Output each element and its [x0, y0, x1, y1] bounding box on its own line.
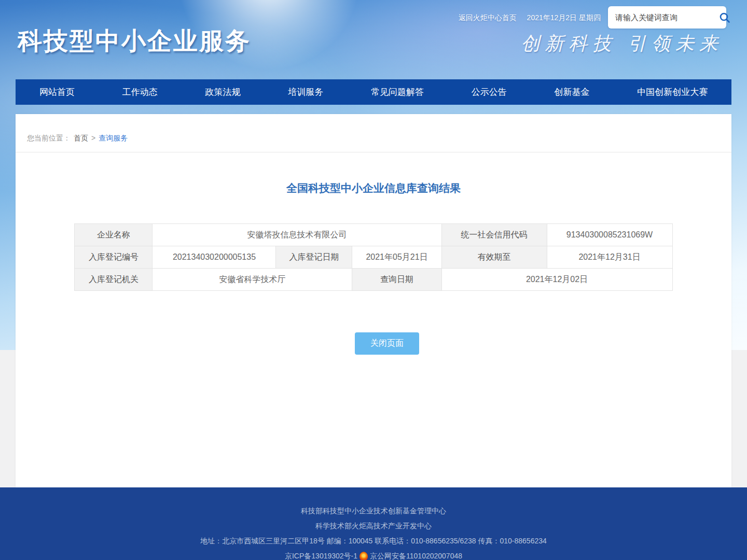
query-result-table: 企业名称 安徽塔孜信息技术有限公司 统一社会信用代码 9134030008523… — [74, 223, 672, 291]
nav-item-innovation-competition[interactable]: 中国创新创业大赛 — [633, 86, 712, 98]
company-name-label: 企业名称 — [75, 224, 153, 246]
reg-authority-value: 安徽省科学技术厅 — [153, 269, 352, 291]
query-date-label: 查询日期 — [352, 269, 441, 291]
credit-code-value: 91340300085231069W — [547, 224, 672, 246]
page: 返回火炬中心首页 2021年12月2日 星期四 科技型中小企业服务 创新科技 引… — [0, 0, 747, 560]
table-row: 企业名称 安徽塔孜信息技术有限公司 统一社会信用代码 9134030008523… — [75, 224, 672, 246]
query-date-value: 2021年12月02日 — [441, 269, 672, 291]
main-nav: 网站首页 工作动态 政策法规 培训服务 常见问题解答 公示公告 创新基金 中国创… — [16, 79, 731, 105]
breadcrumb: 您当前位置：首页>查询服务 — [16, 114, 731, 152]
site-footer: 科技部科技型中小企业技术创新基金管理中心 科学技术部火炬高技术产业开发中心 地址… — [0, 487, 747, 560]
reg-date-label: 入库登记日期 — [276, 246, 352, 269]
footer-registration-line: 京ICP备13019302号-1 京公网安备11010202007048 — [0, 549, 747, 560]
search-icon — [718, 11, 731, 24]
icp-record-link[interactable]: 京ICP备13019302号-1 — [285, 549, 357, 560]
nav-item-training[interactable]: 培训服务 — [284, 86, 327, 98]
nav-item-policies[interactable]: 政策法规 — [201, 86, 244, 98]
torch-center-home-link[interactable]: 返回火炬中心首页 — [459, 13, 517, 22]
public-security-record-link[interactable]: 京公网安备11010202007048 — [370, 549, 462, 560]
site-slogan: 创新科技 引领未来 — [521, 31, 723, 57]
footer-org-line-2: 科学技术部火炬高技术产业开发中心 — [0, 519, 747, 534]
breadcrumb-home-link[interactable]: 首页 — [74, 134, 88, 142]
valid-until-label: 有效期至 — [441, 246, 547, 269]
nav-item-faq[interactable]: 常见问题解答 — [367, 86, 428, 98]
company-name-value: 安徽塔孜信息技术有限公司 — [153, 224, 441, 246]
table-row: 入库登记编号 202134030200005135 入库登记日期 2021年05… — [75, 246, 672, 269]
footer-org-line-1: 科技部科技型中小企业技术创新基金管理中心 — [0, 503, 747, 519]
breadcrumb-separator: > — [91, 134, 95, 142]
police-badge-icon — [359, 552, 368, 560]
breadcrumb-prefix: 您当前位置： — [27, 134, 71, 142]
close-page-button[interactable]: 关闭页面 — [355, 332, 419, 355]
reg-number-value: 202134030200005135 — [153, 246, 276, 269]
reg-date-value: 2021年05月21日 — [352, 246, 441, 269]
search-input[interactable] — [615, 13, 718, 22]
page-title: 全国科技型中小企业信息库查询结果 — [16, 181, 731, 195]
content-card: 您当前位置：首页>查询服务 全国科技型中小企业信息库查询结果 企业名称 安徽塔孜… — [16, 114, 731, 487]
search-box — [608, 6, 726, 29]
table-row: 入库登记机关 安徽省科学技术厅 查询日期 2021年12月02日 — [75, 269, 672, 291]
utility-bar: 返回火炬中心首页 2021年12月2日 星期四 — [459, 13, 601, 23]
reg-authority-label: 入库登记机关 — [75, 269, 153, 291]
search-button[interactable] — [718, 11, 731, 24]
credit-code-label: 统一社会信用代码 — [441, 224, 547, 246]
breadcrumb-current-link[interactable]: 查询服务 — [99, 134, 128, 142]
footer-contact-line: 地址：北京市西城区三里河二区甲18号 邮编：100045 联系电话：010-88… — [0, 534, 747, 549]
current-date: 2021年12月2日 星期四 — [527, 13, 601, 22]
valid-until-value: 2021年12月31日 — [547, 246, 672, 269]
nav-item-announcements[interactable]: 公示公告 — [467, 86, 511, 98]
nav-item-innovation-fund[interactable]: 创新基金 — [550, 86, 593, 98]
nav-item-work-news[interactable]: 工作动态 — [118, 86, 162, 98]
site-title: 科技型中小企业服务 — [18, 25, 251, 58]
reg-number-label: 入库登记编号 — [75, 246, 153, 269]
nav-item-home[interactable]: 网站首页 — [35, 86, 79, 98]
button-row: 关闭页面 — [16, 332, 731, 375]
site-header: 返回火炬中心首页 2021年12月2日 星期四 科技型中小企业服务 创新科技 引… — [16, 0, 731, 114]
